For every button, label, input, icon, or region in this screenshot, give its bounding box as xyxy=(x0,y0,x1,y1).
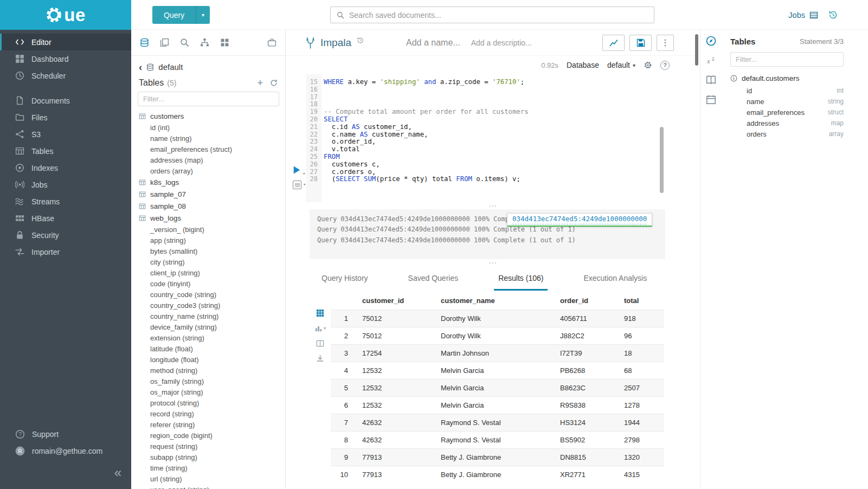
column-item-code[interactable]: code (tinyint) xyxy=(131,278,285,289)
sql-editor[interactable]: 1516171819202122232425262728 WHERE a.key… xyxy=(286,74,700,202)
tab-results-106[interactable]: Results (106) xyxy=(494,274,548,291)
search-input[interactable] xyxy=(349,11,648,20)
column-item-orders[interactable]: ordersarray xyxy=(730,128,844,139)
database-selector[interactable]: default xyxy=(607,61,635,69)
query-description-input[interactable]: Add a descriptio... xyxy=(471,38,532,47)
back-chevron-icon[interactable] xyxy=(139,62,142,72)
query-history-icon[interactable] xyxy=(828,10,838,20)
query-type-dropdown[interactable] xyxy=(196,6,210,24)
table-item-customers[interactable]: customers xyxy=(131,110,285,122)
download-icon[interactable] xyxy=(316,355,324,363)
right-assist-filter-input[interactable] xyxy=(730,52,844,67)
sidebar-item-tables[interactable]: Tables xyxy=(0,143,131,159)
column-item-country-name[interactable]: country_name (string) xyxy=(131,311,285,321)
column-item-name[interactable]: name (string) xyxy=(131,133,285,144)
table-item-k8s-logs[interactable]: k8s_logs xyxy=(131,176,285,188)
table-item-web-logs[interactable]: web_logs xyxy=(131,212,285,224)
column-item-request[interactable]: request (string) xyxy=(131,441,285,452)
column-item-client-ip[interactable]: client_ip (string) xyxy=(131,267,285,278)
tab-query-history[interactable]: Query History xyxy=(317,274,372,291)
sidebar-item-support[interactable]: ?Support xyxy=(0,426,131,442)
column-item-orders[interactable]: orders (array) xyxy=(131,165,285,176)
more-actions-button[interactable] xyxy=(657,35,674,51)
column-item-city[interactable]: city (string) xyxy=(131,256,285,267)
execute-button[interactable] xyxy=(293,165,301,175)
column-item-bytes[interactable]: bytes (smallint) xyxy=(131,246,285,256)
apps-grid-icon[interactable] xyxy=(220,38,229,47)
hue-logo[interactable]: ue xyxy=(0,0,131,30)
column-header-total[interactable]: total xyxy=(619,291,664,310)
sidebar-item-scheduler[interactable]: Scheduler xyxy=(0,67,131,84)
documents-icon[interactable] xyxy=(160,38,169,47)
column-item-app[interactable]: app (string) xyxy=(131,235,285,246)
column-item-id[interactable]: idint xyxy=(730,85,844,96)
table-filter-input[interactable] xyxy=(138,92,279,106)
column-item-url[interactable]: url (string) xyxy=(131,473,285,484)
sidebar-item-importer[interactable]: Importer xyxy=(0,243,131,260)
column-item-email-preferences[interactable]: email_preferencesstruct xyxy=(730,107,844,118)
sidebar-item-hbase[interactable]: HBase xyxy=(0,210,131,227)
column-item-region-code[interactable]: region_code (bigint) xyxy=(131,430,285,441)
tab-saved-queries[interactable]: Saved Queries xyxy=(404,274,463,291)
column-item-addresses[interactable]: addressesmap xyxy=(730,118,844,128)
sidebar-collapse-button[interactable] xyxy=(114,466,121,479)
column-item-method[interactable]: method (string) xyxy=(131,365,285,376)
database-breadcrumb[interactable]: default xyxy=(158,62,183,72)
execute-options-caret[interactable] xyxy=(303,170,305,178)
column-item-email-preferences[interactable]: email_preferences (struct) xyxy=(131,144,285,155)
column-item-time[interactable]: time (string) xyxy=(131,462,285,473)
editor-resize-handle[interactable] xyxy=(286,202,700,209)
settings-gear-icon[interactable] xyxy=(644,61,652,69)
tab-execution-analysis[interactable]: Execution Analysis xyxy=(579,274,651,291)
sidebar-item-s3[interactable]: S3 xyxy=(0,126,131,143)
help-icon[interactable] xyxy=(660,61,670,70)
column-header-customer-name[interactable]: customer_name xyxy=(435,291,555,310)
sidebar-item-security[interactable]: Security xyxy=(0,227,131,243)
editor-code-lines[interactable]: WHERE a.key = 'shipping' and a.zip_code … xyxy=(324,74,657,202)
column-item-version[interactable]: _version_ (bigint) xyxy=(131,224,285,235)
sidebar-item-files[interactable]: Files xyxy=(0,109,131,126)
log-resize-handle[interactable] xyxy=(286,259,700,266)
sql-database-icon[interactable] xyxy=(140,38,149,47)
column-item-id[interactable]: id (int) xyxy=(131,122,285,133)
column-header-order-id[interactable]: order_id xyxy=(555,291,619,310)
editor-history-icon[interactable] xyxy=(357,37,364,44)
column-item-extension[interactable]: extension (string) xyxy=(131,332,285,343)
sidebar-item-documents[interactable]: Documents xyxy=(0,92,131,109)
column-item-device-family[interactable]: device_family (string) xyxy=(131,321,285,332)
column-item-longitude[interactable]: longitude (float) xyxy=(131,354,285,365)
refresh-icon[interactable] xyxy=(270,79,278,87)
column-item-referer[interactable]: referer (string) xyxy=(131,419,285,430)
grid-view-icon[interactable] xyxy=(316,309,324,317)
editor-scrollbar[interactable] xyxy=(660,127,664,193)
column-item-record[interactable]: record (string) xyxy=(131,408,285,419)
chart-button[interactable] xyxy=(602,35,625,51)
briefcase-icon[interactable] xyxy=(267,38,277,47)
compass-icon[interactable] xyxy=(706,36,716,46)
columns-icon[interactable] xyxy=(316,339,324,348)
sitemap-icon[interactable] xyxy=(200,38,209,47)
column-item-user-agent[interactable]: user_agent (string) xyxy=(131,484,285,489)
sidebar-item-jobs[interactable]: Jobs xyxy=(0,176,131,193)
save-button[interactable] xyxy=(629,35,652,51)
column-item-country-code[interactable]: country_code (string) xyxy=(131,289,285,300)
jobs-link[interactable]: Jobs xyxy=(788,0,818,30)
functions-icon[interactable]: x2 xyxy=(706,55,716,66)
sidebar-item-dashboard[interactable]: Dashboard xyxy=(0,50,131,67)
sidebar-item-editor[interactable]: Editor xyxy=(0,34,131,50)
query-id-link[interactable]: 034d413ec7474ed5:4249de1000000000 xyxy=(507,213,652,227)
column-item-country-code3[interactable]: country_code3 (string) xyxy=(131,300,285,311)
table-item-sample-07[interactable]: sample_07 xyxy=(131,188,285,200)
add-table-icon[interactable] xyxy=(257,78,263,88)
column-item-addresses[interactable]: addresses (map) xyxy=(131,155,285,165)
main-scrollbar[interactable] xyxy=(695,34,698,66)
search-icon[interactable] xyxy=(180,38,189,47)
query-button[interactable]: Query xyxy=(152,6,196,24)
sidebar-item-streams[interactable]: Streams xyxy=(0,193,131,210)
column-item-os-major[interactable]: os_major (string) xyxy=(131,387,285,397)
book-icon[interactable] xyxy=(706,75,716,85)
query-name-input[interactable]: Add a name... xyxy=(406,38,460,48)
chart-view-icon[interactable] xyxy=(314,324,326,332)
active-table-row[interactable]: default.customers xyxy=(730,74,844,82)
sidebar-item-romain-gethue-com[interactable]: Rromain@gethue.com xyxy=(0,442,131,459)
